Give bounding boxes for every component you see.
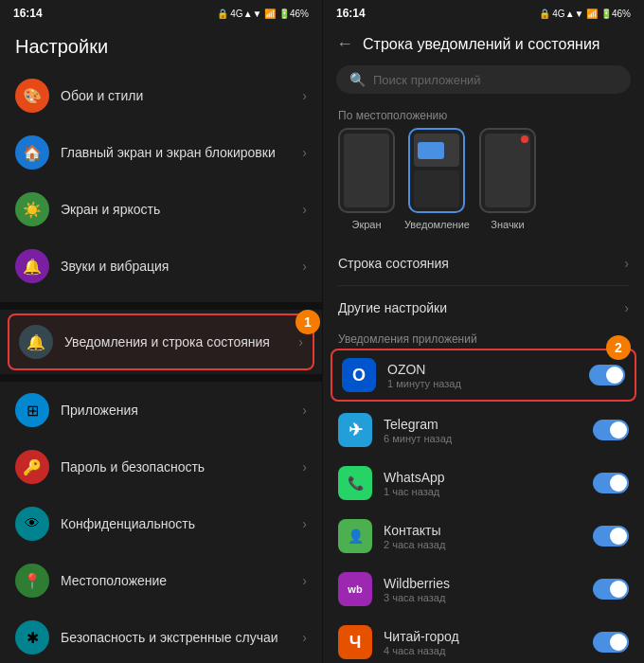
right-panel: 16:14 🔒 4G▲▼ 📶 🔋46% ← Строка уведомлений… — [322, 0, 644, 663]
chitai-toggle[interactable] — [593, 632, 629, 653]
right-title: Строка уведомлений и состояния — [363, 36, 599, 53]
telegram-info: Telegram 6 минут назад — [384, 417, 593, 444]
contacts-time: 2 часа назад — [384, 539, 593, 550]
chitai-name: Читай-город — [384, 629, 593, 644]
settings-group-1: 🎨 Обои и стили › 🏠 Главный экран и экран… — [0, 67, 322, 295]
safety-label: Безопасность и экстренные случаи — [61, 629, 302, 646]
location-icons[interactable]: Значки — [479, 128, 536, 230]
app-item-contacts[interactable]: 👤 Контакты 2 часа назад — [323, 510, 644, 563]
contacts-toggle[interactable] — [593, 526, 629, 547]
contacts-info: Контакты 2 часа назад — [384, 523, 593, 550]
app-item-whatsapp[interactable]: 📞 WhatsApp 1 час назад — [323, 457, 644, 510]
section-location-label: По местоположению — [323, 101, 644, 128]
left-panel: 16:14 🔒 4G▲▼ 📶 🔋46% Настройки 🎨 Обои и с… — [0, 0, 322, 663]
settings-group-3: ⊞ Приложения › 🔑 Пароль и безопасность ›… — [0, 382, 322, 663]
ozon-time: 1 минуту назад — [387, 378, 589, 389]
arrow-icon: › — [624, 300, 629, 315]
settings-item-location[interactable]: 📍 Местоположение › — [0, 552, 322, 609]
whatsapp-icon: 📞 — [338, 466, 372, 500]
back-button[interactable]: ← — [336, 34, 353, 54]
wallpaper-icon: 🎨 — [15, 79, 49, 113]
search-bar[interactable]: 🔍 Поиск приложений — [336, 65, 631, 94]
search-placeholder: Поиск приложений — [373, 73, 481, 87]
chitai-info: Читай-город 4 часа назад — [384, 629, 593, 656]
ozon-name: OZON — [387, 362, 589, 377]
icons-area — [485, 134, 530, 207]
whatsapp-name: WhatsApp — [384, 470, 593, 485]
screen-label: Экран — [351, 219, 381, 230]
wildberries-name: Wildberries — [384, 576, 593, 591]
wallpaper-label: Обои и стили — [61, 87, 302, 104]
right-status-icons: 🔒 4G▲▼ 📶 🔋46% — [539, 9, 631, 19]
home-icon: 🏠 — [15, 135, 49, 170]
app-item-wildberries[interactable]: wb Wildberries 3 часа назад — [323, 563, 644, 616]
chitai-time: 4 часа назад — [384, 645, 593, 656]
telegram-time: 6 минут назад — [384, 433, 593, 444]
arrow-icon: › — [624, 256, 629, 271]
icons-label: Значки — [491, 219, 524, 230]
app-item-ozon[interactable]: O OZON 1 минуту назад — [331, 349, 636, 402]
red-dot — [521, 135, 528, 143]
telegram-icon: ✈ — [338, 413, 372, 447]
status-bar-label: Строка состояния — [338, 255, 624, 272]
wildberries-toggle[interactable] — [593, 579, 629, 600]
phone-mock-icons — [479, 128, 536, 213]
highlighted-group: 🔔 Уведомления и строка состояния › 1 — [0, 310, 322, 374]
app-item-telegram[interactable]: ✈ Telegram 6 минут назад — [323, 403, 644, 457]
settings-item-apps[interactable]: ⊞ Приложения › — [0, 382, 322, 439]
settings-item-home[interactable]: 🏠 Главный экран и экран блокировки › — [0, 124, 322, 181]
arrow-icon: › — [302, 145, 307, 160]
notifications-label: Уведомления и строка состояния — [64, 333, 298, 350]
left-status-bar: 16:14 🔒 4G▲▼ 📶 🔋46% — [0, 0, 322, 27]
left-status-time: 16:14 — [13, 7, 43, 20]
other-label: Другие настройки — [338, 299, 624, 316]
settings-item-privacy[interactable]: 👁 Конфиденциальность › — [0, 495, 322, 552]
settings-title: Настройки — [0, 27, 322, 67]
wildberries-time: 3 часа назад — [384, 592, 593, 603]
arrow-icon: › — [298, 334, 303, 349]
privacy-label: Конфиденциальность — [61, 515, 302, 532]
settings-item-sound[interactable]: 🔔 Звуки и вибрация › — [0, 238, 322, 295]
settings-item-wallpaper[interactable]: 🎨 Обои и стили › — [0, 67, 322, 124]
location-notification[interactable]: Уведомление — [404, 128, 470, 230]
ozon-info: OZON 1 минуту назад — [387, 362, 589, 389]
wildberries-info: Wildberries 3 часа назад — [384, 576, 593, 603]
arrow-icon: › — [302, 516, 307, 531]
app-item-chitai[interactable]: Ч Читай-город 4 часа назад — [323, 616, 644, 663]
location-screen[interactable]: Экран — [338, 128, 395, 230]
whatsapp-toggle[interactable] — [593, 473, 629, 493]
notification-label: Уведомление — [404, 219, 470, 230]
display-label: Экран и яркость — [61, 201, 302, 218]
arrow-icon: › — [302, 259, 307, 274]
right-status-bar: 16:14 🔒 4G▲▼ 📶 🔋46% — [323, 0, 644, 27]
contacts-icon: 👤 — [338, 519, 372, 553]
home-label: Главный экран и экран блокировки — [61, 144, 302, 161]
settings-item-safety[interactable]: ✱ Безопасность и экстренные случаи › — [0, 609, 322, 663]
settings-item-notifications[interactable]: 🔔 Уведомления и строка состояния › — [8, 314, 314, 370]
privacy-icon: 👁 — [15, 507, 49, 541]
telegram-name: Telegram — [384, 417, 593, 432]
display-icon: ☀️ — [15, 192, 49, 226]
right-status-time: 16:14 — [336, 7, 366, 20]
password-icon: 🔑 — [15, 450, 49, 484]
divider-2 — [0, 374, 322, 382]
arrow-icon: › — [302, 88, 307, 103]
settings-item-display[interactable]: ☀️ Экран и яркость › — [0, 181, 322, 238]
right-header: ← Строка уведомлений и состояния — [323, 27, 644, 62]
chitai-icon: Ч — [338, 625, 372, 659]
notifications-icon: 🔔 — [19, 325, 53, 359]
arrow-icon: › — [302, 202, 307, 217]
password-label: Пароль и безопасность — [61, 458, 302, 475]
location-icon: 📍 — [15, 564, 49, 598]
settings-item-password[interactable]: 🔑 Пароль и безопасность › — [0, 439, 322, 495]
arrow-icon: › — [302, 459, 307, 475]
ozon-icon: O — [342, 358, 376, 392]
settings-item-status-bar[interactable]: Строка состояния › — [323, 242, 644, 285]
phone-mock-screen — [338, 128, 395, 213]
ozon-toggle[interactable] — [589, 365, 625, 385]
telegram-toggle[interactable] — [593, 420, 629, 440]
arrow-icon: › — [302, 403, 307, 418]
apps-section-container: Уведомления приложений 2 — [323, 330, 644, 347]
wildberries-icon: wb — [338, 572, 372, 606]
safety-icon: ✱ — [15, 620, 49, 654]
